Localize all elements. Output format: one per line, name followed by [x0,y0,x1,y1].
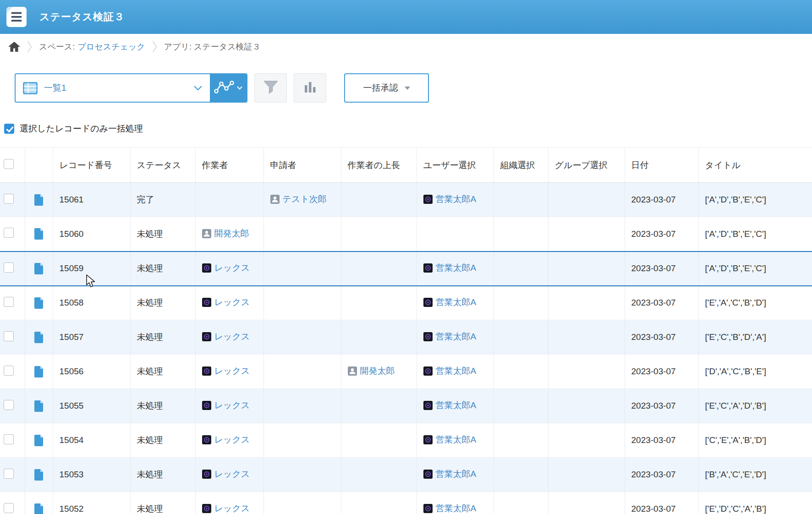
dark-avatar-icon [202,263,211,273]
cell-supervisor [341,183,417,217]
dark-avatar-icon [423,298,433,307]
bulk-select-checkbox[interactable] [4,124,14,134]
user-select-link[interactable]: 営業太郎A [436,468,477,480]
row-icon-cell [25,389,53,423]
column-header-applicant[interactable]: 申請者 [263,148,341,183]
home-icon[interactable] [8,41,20,52]
worker-link[interactable]: レックス [214,262,250,274]
row-icon-cell [25,183,53,217]
table-row: 15059未処理レックス営業太郎A2023-03-07['A','D','B',… [0,252,812,286]
user-select-link[interactable]: 営業太郎A [436,193,477,205]
record-file-icon[interactable] [34,297,44,309]
cell-record-number: 15052 [53,492,130,514]
row-checkbox[interactable] [4,366,14,376]
filter-button[interactable] [254,73,287,103]
column-header-worker[interactable]: 作業者 [195,148,263,183]
record-file-icon[interactable] [34,366,44,378]
cell-date: 2023-03-07 [625,458,698,492]
record-file-icon[interactable] [34,469,44,481]
space-link[interactable]: プロセスチェック [77,41,145,52]
worker-link[interactable]: レックス [214,399,250,411]
row-checkbox[interactable] [4,262,14,273]
record-file-icon[interactable] [34,503,44,514]
record-file-icon[interactable] [34,228,44,240]
row-icon-cell [25,492,53,514]
column-header-org-select[interactable]: 組織選択 [494,148,548,183]
cell-title: ['C','E','A','B','D'] [698,423,812,458]
cell-org-select [494,217,548,252]
cell-applicant [263,286,341,320]
view-selector[interactable]: 一覧1 [16,74,210,102]
user-select-link[interactable]: 営業太郎A [436,503,477,514]
table-row: 15053未処理レックス営業太郎A2023-03-07['B','A','C',… [0,458,812,492]
column-header-group-select[interactable]: グループ選択 [548,148,625,183]
table-row: 15052未処理レックス営業太郎A2023-03-07['E','D','C',… [0,492,812,514]
cell-org-select [494,423,548,458]
view-selector-value: 一覧1 [44,82,193,94]
bulk-approve-button[interactable]: 一括承認 [344,73,429,103]
top-header: ステータス検証３ [0,0,812,34]
worker-link[interactable]: レックス [214,503,250,514]
user-select-link[interactable]: 営業太郎A [436,365,477,377]
record-file-icon[interactable] [34,194,44,206]
dark-avatar-icon [202,332,211,341]
breadcrumb-app-label[interactable]: アプリ: ステータス検証３ [164,41,261,52]
worker-link[interactable]: レックス [214,365,250,377]
dark-avatar-icon [423,435,433,444]
row-checkbox[interactable] [4,331,14,341]
worker-link[interactable]: レックス [214,296,250,308]
row-checkbox-cell [0,355,25,389]
column-header-title[interactable]: タイトル [698,148,812,183]
column-header-record-number[interactable]: レコード番号 [53,148,130,183]
row-checkbox-cell [0,286,25,320]
cell-supervisor [341,217,417,252]
record-file-icon[interactable] [34,331,44,344]
record-file-icon[interactable] [34,434,44,447]
process-graph-button[interactable] [210,74,247,102]
worker-link[interactable]: 開発太郎 [214,228,249,240]
chart-button[interactable] [294,73,326,103]
column-header-user-select[interactable]: ユーザー選択 [417,148,494,183]
person-avatar-icon [202,229,211,238]
cell-group-select [548,320,625,355]
user-select-link[interactable]: 営業太郎A [436,331,477,343]
row-icon-cell [25,320,53,355]
row-checkbox[interactable] [4,503,14,513]
cell-date: 2023-03-07 [625,492,698,514]
cell-title: ['E','A','C','B','D'] [698,286,812,320]
user-select-link[interactable]: 営業太郎A [436,262,477,274]
select-all-checkbox[interactable] [4,159,14,169]
cell-group-select [548,286,625,320]
supervisor-link[interactable]: 開発太郎 [360,365,395,377]
user-select-link[interactable]: 営業太郎A [436,399,477,411]
row-checkbox[interactable] [4,400,14,410]
table-header-row: レコード番号 ステータス 作業者 申請者 作業者の上長 ユーザー選択 組織選択 … [0,148,812,183]
record-file-icon[interactable] [34,262,44,275]
worker-link[interactable]: レックス [214,331,250,343]
column-header-date[interactable]: 日付 [625,148,698,183]
worker-link[interactable]: レックス [214,468,250,480]
cell-worker: レックス [195,458,263,492]
app-menu-icon[interactable] [5,5,28,29]
column-header-supervisor[interactable]: 作業者の上長 [341,148,417,183]
cell-status: 未処理 [130,423,195,458]
user-select-link[interactable]: 営業太郎A [436,434,477,446]
applicant-link[interactable]: テスト次郎 [283,193,327,205]
worker-link[interactable]: レックス [214,434,250,446]
table-row: 15061完了テスト次郎営業太郎A2023-03-07['A','D','B',… [0,183,812,217]
cell-date: 2023-03-07 [625,389,698,423]
row-checkbox-cell [0,217,25,252]
row-checkbox-cell [0,252,25,286]
row-checkbox[interactable] [4,469,14,479]
row-checkbox[interactable] [4,297,14,307]
cell-supervisor [341,423,417,458]
cell-title: ['B','A','C','E','D'] [698,458,812,492]
column-header-status[interactable]: ステータス [130,148,195,183]
row-checkbox[interactable] [4,434,14,444]
cell-user-select: 営業太郎A [417,320,494,355]
record-file-icon[interactable] [34,400,44,412]
table-row: 15058未処理レックス営業太郎A2023-03-07['E','A','C',… [0,286,812,320]
user-select-link[interactable]: 営業太郎A [436,296,477,308]
row-checkbox[interactable] [4,228,14,238]
row-checkbox[interactable] [4,194,14,204]
